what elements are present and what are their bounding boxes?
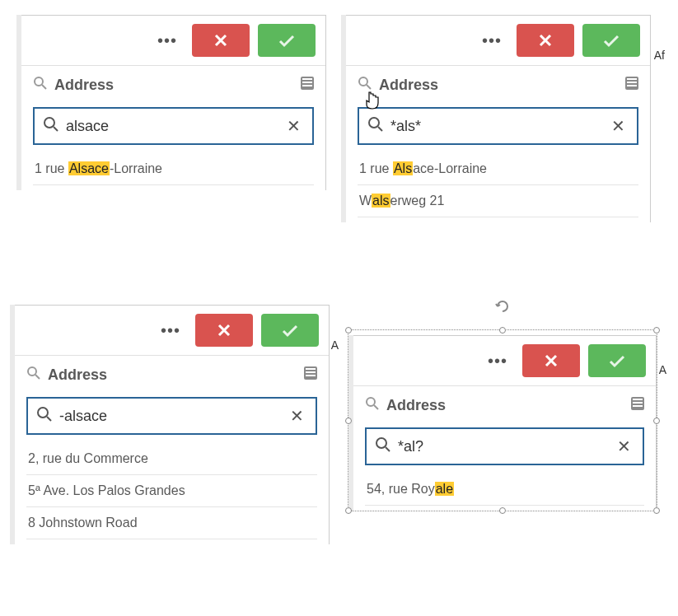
svg-point-8 — [38, 408, 48, 418]
resize-handle[interactable] — [653, 507, 660, 514]
cancel-button[interactable] — [195, 314, 253, 347]
confirm-button[interactable] — [261, 314, 319, 347]
search-icon — [33, 76, 48, 94]
text: erweg 21 — [390, 194, 445, 208]
search-icon — [367, 116, 384, 136]
highlight: Alsace — [68, 161, 110, 175]
results-list: 1 rue Alsace-Lorraine — [21, 153, 325, 190]
resize-handle[interactable] — [499, 507, 506, 514]
resize-handle[interactable] — [345, 507, 352, 514]
text: -Lorraine — [110, 161, 162, 175]
search-input[interactable] — [390, 118, 601, 135]
search-icon — [358, 76, 372, 94]
clear-icon[interactable]: ✕ — [608, 118, 629, 134]
highlight: als — [372, 194, 390, 208]
toolbar: ••• — [21, 16, 325, 66]
cancel-button[interactable] — [517, 24, 574, 57]
resize-handle[interactable] — [345, 327, 352, 334]
text: ace-Lorraine — [413, 161, 487, 175]
search-icon — [365, 396, 380, 414]
search-input-wrapper: ✕ — [33, 107, 314, 145]
clear-icon[interactable]: ✕ — [614, 438, 634, 455]
search-input[interactable] — [66, 118, 277, 135]
list-item[interactable]: 2, rue du Commerce — [26, 443, 317, 475]
toolbar: ••• — [353, 336, 656, 386]
cancel-button[interactable] — [192, 24, 250, 57]
results-list: 54, rue Royale — [353, 474, 656, 511]
list-item[interactable]: 54, rue Royale — [365, 474, 644, 506]
svg-point-2 — [44, 118, 54, 128]
list-item[interactable]: 8 Johnstown Road — [26, 507, 317, 539]
field-title: Address — [386, 397, 446, 414]
text: 1 rue — [359, 161, 393, 175]
confirm-button[interactable] — [588, 344, 646, 377]
rotate-handle-icon[interactable] — [495, 299, 510, 314]
field-header: Address — [21, 66, 325, 102]
search-input-wrapper: ✕ — [365, 427, 644, 465]
more-icon[interactable]: ••• — [151, 32, 184, 49]
field-header: Address — [353, 386, 656, 422]
axis-partial-label: A — [659, 363, 666, 376]
list-icon[interactable] — [625, 77, 638, 93]
toolbar: ••• — [15, 306, 329, 356]
svg-point-9 — [367, 398, 375, 406]
search-icon — [26, 366, 41, 384]
axis-partial-label: Af — [654, 49, 665, 62]
list-icon[interactable] — [304, 366, 317, 383]
clear-icon[interactable]: ✕ — [283, 118, 304, 134]
text: 8 Johnstown Road — [28, 516, 138, 530]
list-icon[interactable] — [301, 77, 314, 93]
search-input[interactable] — [398, 438, 607, 455]
search-icon — [375, 436, 391, 456]
svg-point-0 — [35, 77, 43, 86]
field-title: Address — [48, 366, 107, 384]
search-input-wrapper: ✕ — [26, 397, 317, 435]
cancel-button[interactable] — [522, 344, 580, 377]
field-header: Address — [346, 66, 650, 102]
clear-icon[interactable]: ✕ — [287, 408, 307, 424]
svg-point-11 — [376, 438, 386, 448]
list-item[interactable]: 1 rue Alsace-Lorraine — [358, 153, 638, 185]
text: 54, rue Roy — [367, 482, 435, 496]
list-icon[interactable] — [631, 397, 644, 413]
results-list: 1 rue Alsace-Lorraine Walserweg 21 — [346, 153, 650, 222]
text: W — [359, 194, 372, 208]
svg-point-5 — [369, 118, 379, 128]
text: 5ª Ave. Los Palos Grandes — [28, 483, 185, 497]
svg-point-3 — [359, 77, 367, 86]
search-input[interactable] — [59, 408, 280, 425]
more-icon[interactable]: ••• — [154, 322, 187, 338]
resize-handle[interactable] — [499, 327, 506, 334]
search-input-wrapper: ✕ — [358, 107, 638, 145]
axis-partial-label: A — [331, 338, 339, 352]
text: 1 rue — [35, 161, 68, 175]
field-title: Address — [54, 77, 114, 94]
more-icon[interactable]: ••• — [481, 352, 514, 369]
text: 2, rue du Commerce — [28, 451, 148, 465]
search-icon — [36, 406, 53, 426]
list-item[interactable]: 1 rue Alsace-Lorraine — [33, 153, 314, 185]
search-icon — [43, 116, 59, 136]
list-item[interactable]: 5ª Ave. Los Palos Grandes — [26, 475, 317, 507]
resize-handle[interactable] — [653, 327, 660, 334]
highlight: ale — [435, 482, 454, 496]
confirm-button[interactable] — [258, 24, 316, 57]
field-title: Address — [379, 77, 438, 94]
svg-point-6 — [28, 367, 36, 376]
list-item[interactable]: Walserweg 21 — [358, 185, 638, 217]
field-header: Address — [15, 356, 329, 392]
toolbar: ••• — [346, 16, 650, 66]
results-list: 2, rue du Commerce 5ª Ave. Los Palos Gra… — [15, 443, 329, 544]
more-icon[interactable]: ••• — [475, 32, 508, 49]
confirm-button[interactable] — [582, 24, 640, 57]
resize-handle[interactable] — [345, 418, 352, 424]
highlight: Als — [393, 161, 413, 175]
